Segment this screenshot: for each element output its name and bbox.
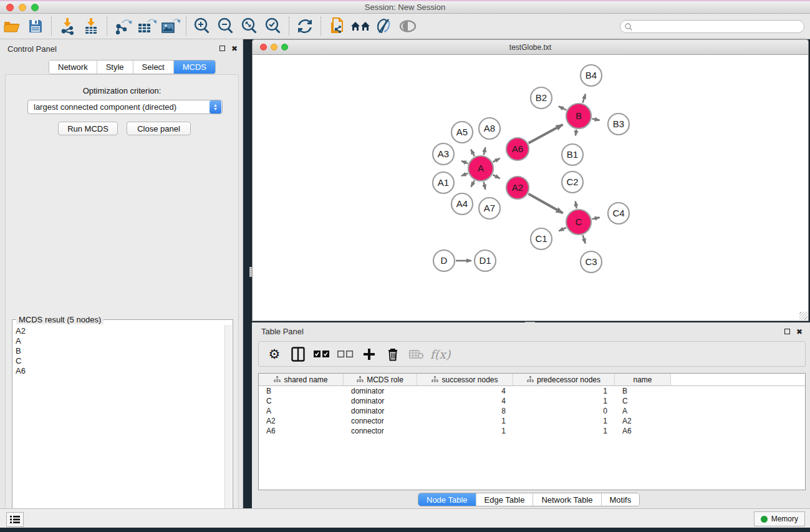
add-column-icon[interactable] <box>360 346 378 363</box>
node-D[interactable]: D <box>433 250 455 271</box>
edge-C-C1[interactable] <box>559 228 566 231</box>
result-list-item[interactable]: A <box>16 336 225 346</box>
show-columns-icon[interactable] <box>289 346 307 363</box>
node-A5[interactable]: A5 <box>451 122 473 143</box>
delete-column-icon[interactable] <box>383 346 402 363</box>
settings-gear-icon[interactable]: ⚙ <box>265 346 284 363</box>
result-list-item[interactable]: A6 <box>16 366 225 376</box>
search-input[interactable] <box>633 22 804 31</box>
node-A1[interactable]: A1 <box>433 172 454 193</box>
export-network-icon[interactable] <box>112 16 133 36</box>
node-A8[interactable]: A8 <box>479 118 500 139</box>
column-header-name[interactable]: name <box>615 374 671 385</box>
network-window-titlebar[interactable]: testGlobe.txt <box>253 40 808 55</box>
node-B1[interactable]: B1 <box>562 144 583 165</box>
node-C3[interactable]: C3 <box>581 251 602 273</box>
edge-A-A8[interactable] <box>484 147 486 155</box>
select-all-icon[interactable] <box>312 346 331 363</box>
tab-node-table[interactable]: Node Table <box>418 493 476 506</box>
float-panel-icon[interactable] <box>219 45 225 52</box>
edge-A-A4[interactable] <box>471 180 474 186</box>
column-header-MCDS-role[interactable]: MCDS role <box>344 374 417 385</box>
table-row[interactable]: A2connector11A2 <box>259 416 805 426</box>
table-row[interactable]: A6connector11A6 <box>259 426 805 436</box>
node-table[interactable]: shared nameMCDS rolesuccessor nodesprede… <box>258 373 806 490</box>
network-canvas[interactable]: AA1A2A3A4A5A6A7A8BB1B2B3B4CC1C2C3C4DD1 <box>253 55 808 321</box>
node-B[interactable]: B <box>566 104 591 128</box>
column-header-successor-nodes[interactable]: successor nodes <box>417 374 513 385</box>
node-A4[interactable]: A4 <box>451 193 473 215</box>
result-list-scrollbar[interactable] <box>224 325 232 530</box>
edge-A6-B[interactable] <box>529 125 563 143</box>
edge-A-A7[interactable] <box>484 181 486 189</box>
function-builder-icon[interactable]: f(x) <box>431 346 450 363</box>
node-B2[interactable]: B2 <box>531 87 552 109</box>
edge-B-B1[interactable] <box>576 130 577 136</box>
tab-select[interactable]: Select <box>133 60 174 74</box>
export-image-icon[interactable] <box>160 16 181 36</box>
node-B4[interactable]: B4 <box>581 65 602 86</box>
deselect-all-icon[interactable] <box>336 346 355 363</box>
zoom-in-icon[interactable] <box>191 16 213 36</box>
column-header-shared-name[interactable]: shared name <box>259 374 344 385</box>
save-session-icon[interactable] <box>25 16 46 36</box>
close-panel-button[interactable]: Close panel <box>127 122 191 135</box>
export-table-icon[interactable] <box>136 16 157 36</box>
node-A3[interactable]: A3 <box>433 143 454 165</box>
table-row[interactable]: Bdominator41B <box>259 386 805 396</box>
node-A2[interactable]: A2 <box>506 177 529 199</box>
import-table-icon[interactable] <box>80 16 102 36</box>
table-row[interactable]: Adominator80A <box>259 406 805 416</box>
node-C2[interactable]: C2 <box>562 172 583 193</box>
edge-B-B4[interactable] <box>582 94 585 103</box>
edge-A-A6[interactable] <box>493 158 499 162</box>
criterion-dropdown[interactable]: largest connected component (directed) ▲… <box>27 100 223 114</box>
close-table-panel-icon[interactable]: ✖ <box>796 328 803 336</box>
open-session-icon[interactable] <box>1 16 22 36</box>
float-table-panel-icon[interactable] <box>784 328 790 336</box>
tab-style[interactable]: Style <box>97 60 133 74</box>
node-C1[interactable]: C1 <box>531 228 552 249</box>
node-A7[interactable]: A7 <box>479 198 500 219</box>
show-eye-icon[interactable] <box>397 16 418 36</box>
node-C4[interactable]: C4 <box>608 203 629 224</box>
mcds-result-list[interactable]: A2ABCA6 <box>13 325 225 530</box>
edge-A2-C[interactable] <box>528 194 562 213</box>
run-mcds-button[interactable]: Run MCDS <box>58 122 118 135</box>
result-list-item[interactable]: B <box>16 346 225 356</box>
node-B3[interactable]: B3 <box>608 114 629 135</box>
task-history-button[interactable] <box>6 512 24 527</box>
delete-table-icon[interactable] <box>407 346 426 363</box>
tab-edge-table[interactable]: Edge Table <box>476 493 534 506</box>
column-header-predecessor-nodes[interactable]: predecessor nodes <box>513 374 615 385</box>
tab-mcds[interactable]: MCDS <box>174 60 215 74</box>
vertical-splitter-handle[interactable] <box>249 267 252 277</box>
tab-network[interactable]: Network <box>49 60 97 74</box>
resize-grip[interactable] <box>799 312 808 320</box>
edge-A-A5[interactable] <box>471 150 475 157</box>
result-list-item[interactable]: A2 <box>16 326 225 336</box>
edge-C-C3[interactable] <box>583 235 586 243</box>
result-list-item[interactable]: C <box>16 356 225 366</box>
node-A[interactable]: A <box>468 156 493 181</box>
import-network-icon[interactable] <box>57 16 78 36</box>
edge-A-A2[interactable] <box>493 175 499 178</box>
toolbar-search-field[interactable] <box>620 20 804 33</box>
edge-A-A1[interactable] <box>461 173 468 176</box>
table-row[interactable]: Cdominator41C <box>259 396 805 406</box>
edge-B-B2[interactable] <box>559 106 566 110</box>
edge-A-A3[interactable] <box>461 161 468 163</box>
tab-network-table[interactable]: Network Table <box>533 493 601 506</box>
tab-motifs[interactable]: Motifs <box>602 493 640 506</box>
network-graph[interactable]: AA1A2A3A4A5A6A7A8BB1B2B3B4CC1C2C3C4DD1 <box>253 55 808 321</box>
zoom-out-icon[interactable] <box>215 16 236 36</box>
zoom-selected-icon[interactable] <box>263 16 284 36</box>
refresh-layout-icon[interactable] <box>294 16 316 36</box>
hide-graphics-details-icon[interactable] <box>374 16 395 36</box>
edge-B-B3[interactable] <box>592 118 600 120</box>
close-panel-icon[interactable]: ✖ <box>231 45 238 52</box>
memory-button[interactable]: Memory <box>754 511 805 526</box>
node-A6[interactable]: A6 <box>506 138 529 160</box>
edge-C-C2[interactable] <box>576 201 577 209</box>
node-D1[interactable]: D1 <box>475 250 496 271</box>
